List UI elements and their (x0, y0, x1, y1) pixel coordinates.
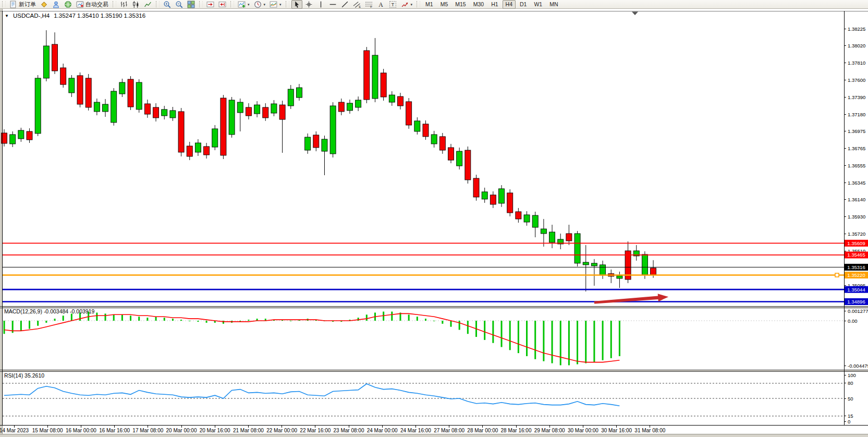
price-tick-label: 1.37810 (848, 60, 865, 66)
timeframe-h1-button[interactable]: H1 (488, 0, 501, 9)
macd-bar (560, 321, 561, 365)
arrows-button[interactable]: ▾ (399, 0, 414, 9)
candle (111, 91, 117, 123)
candle (524, 215, 530, 222)
clock-icon (254, 1, 262, 8)
candle (153, 107, 159, 118)
vertical-line-button[interactable] (315, 0, 326, 9)
timeframe-m5-button[interactable]: M5 (437, 0, 451, 9)
fibonacci-button[interactable]: F (363, 0, 374, 9)
price-tick-label: 1.37390 (848, 94, 865, 100)
tile-windows-button[interactable] (186, 0, 197, 9)
candle (322, 139, 327, 151)
templates-button[interactable]: ▾ (268, 0, 283, 9)
timeframe-mn-button[interactable]: MN (546, 0, 561, 9)
toolbar-grip (2, 1, 6, 7)
chart-shift-button[interactable] (217, 0, 228, 9)
zoom-out-button[interactable] (174, 0, 185, 9)
periods-button[interactable]: ▾ (252, 0, 267, 9)
time-tick-label: 30 Mar 00:00 (568, 428, 598, 433)
candle (642, 254, 647, 275)
text-t-icon: T (389, 1, 397, 8)
macd-bar (4, 321, 5, 334)
new-order-button[interactable]: 新订单 (8, 0, 38, 9)
macd-bar (484, 321, 485, 340)
rsi-layer (4, 384, 619, 406)
time-tick-label: 28 Mar 16:00 (501, 428, 532, 433)
candle (128, 79, 133, 107)
chevron-down-icon: ▾ (411, 3, 413, 6)
horizontal-line-button[interactable] (327, 0, 338, 9)
time-tick-label: 29 Mar 08:00 (534, 428, 565, 433)
bar-chart-button[interactable] (118, 0, 129, 9)
cursor-button[interactable] (291, 0, 302, 9)
candle (389, 95, 395, 102)
timeframe-m15-button[interactable]: M15 (452, 0, 469, 9)
candles-layer (2, 30, 656, 292)
order-line-handle[interactable] (835, 273, 839, 277)
timeframe-d1-button[interactable]: D1 (517, 0, 530, 9)
autotrading-button[interactable]: 自动交易 (75, 0, 110, 9)
macd-bar (248, 320, 249, 321)
annotations-layer[interactable] (594, 12, 669, 304)
candle (499, 189, 505, 203)
candle (254, 105, 260, 114)
gold-diamond-icon (40, 1, 48, 8)
chart-shift-marker[interactable] (632, 12, 638, 16)
community-button[interactable] (51, 0, 62, 9)
timeframe-m1-button[interactable]: M1 (422, 0, 436, 9)
zoom-in-button[interactable] (162, 0, 173, 9)
macd-bar (475, 321, 477, 337)
macd-bar (577, 321, 578, 364)
price-tick-label: 1.35720 (848, 231, 865, 237)
svg-text:A: A (378, 1, 383, 8)
macd-bar (12, 321, 14, 333)
tile-icon (187, 1, 195, 8)
timeframe-w1-button[interactable]: W1 (531, 0, 545, 9)
resistance-line-2-price-box-label: 1.35465 (847, 252, 865, 258)
trendline-button[interactable] (339, 0, 350, 9)
candle (583, 262, 589, 265)
candle (541, 229, 546, 234)
trend-arrow[interactable] (594, 294, 669, 304)
line-chart-button[interactable] (142, 0, 153, 9)
indicators-button[interactable]: ▾ (236, 0, 251, 9)
macd-signal-line (4, 313, 619, 362)
candle (263, 107, 268, 118)
macd-bar (332, 321, 334, 322)
macd-bar (273, 320, 275, 321)
macd-tick-label: 0.001277 (848, 308, 868, 314)
candle (338, 102, 344, 112)
macd-bar (552, 321, 553, 363)
candlestick-chart-button[interactable] (130, 0, 141, 9)
channel-button[interactable]: E (351, 0, 362, 9)
chevron-down-icon: ▾ (264, 3, 266, 6)
crosshair-button[interactable] (303, 0, 314, 9)
macd-bar (450, 321, 452, 327)
candle (18, 130, 24, 139)
auto-scroll-button[interactable] (205, 0, 216, 9)
price-label-boxes: 1.356091.354651.353161.352201.350441.348… (845, 240, 868, 305)
macd-bar (189, 321, 190, 321)
candle (229, 100, 235, 135)
macd-bar (602, 321, 604, 360)
text-button[interactable]: A (375, 0, 386, 9)
timeframe-h4-button[interactable]: H4 (503, 0, 516, 9)
symbol-dropdown-icon[interactable]: ▼ (5, 14, 9, 18)
macd-bar (96, 312, 97, 321)
axes-layer[interactable]: 1.382251.380201.378101.376001.373901.371… (0, 26, 868, 434)
toolbar-grip (286, 1, 289, 7)
timeframe-m30-button[interactable]: M30 (470, 0, 487, 9)
horizontal-lines-layer[interactable] (3, 243, 844, 301)
candle (162, 110, 167, 116)
market-button[interactable] (39, 0, 50, 9)
candle (237, 102, 243, 113)
candles-icon (132, 1, 140, 8)
chevron-down-icon: ▾ (248, 3, 250, 6)
web-terminal-button[interactable] (63, 0, 74, 9)
macd-bar (164, 318, 165, 321)
text-label-button[interactable]: T (387, 0, 398, 9)
macd-bar (518, 321, 519, 353)
time-tick-label: 23 Mar 08:00 (334, 428, 364, 433)
svg-text:F: F (370, 5, 372, 8)
